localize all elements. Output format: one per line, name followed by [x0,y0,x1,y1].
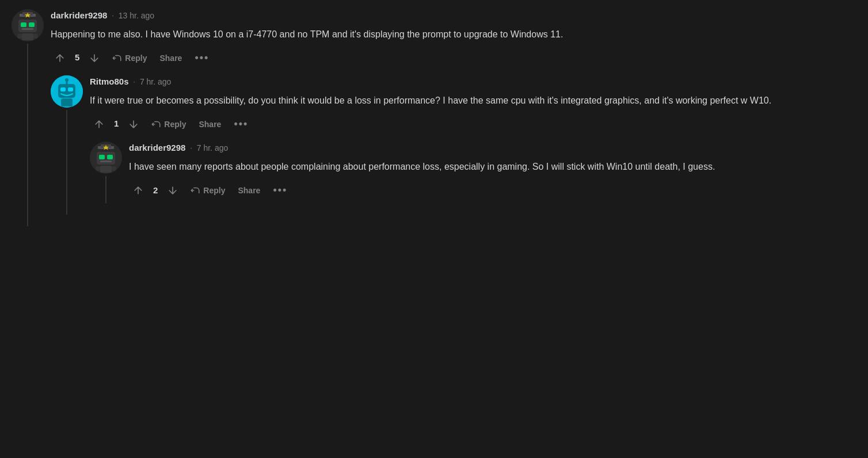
upvote-icon [93,119,105,130]
svg-rect-22 [99,155,105,159]
comment-left-column [12,9,44,226]
reply-button[interactable]: Reply [146,117,191,132]
nested-replies-container: darkrider9298 · 7 hr. ago I have seen ma… [90,142,852,203]
avatar-image [90,142,122,174]
svg-rect-14 [68,87,73,91]
replies-container: Ritmo80s · 7 hr. ago If it were true or … [51,75,852,215]
comment-body: I have seen many reports about people co… [129,159,852,174]
svg-rect-25 [100,166,112,173]
svg-rect-8 [17,34,22,39]
reply-icon [151,119,161,129]
comment-left-column [51,75,83,215]
svg-rect-5 [29,22,35,27]
svg-rect-23 [107,155,113,159]
share-button[interactable]: Share [233,184,265,197]
separator: · [134,77,135,87]
comment-header: darkrider9298 · 13 hr. ago [51,9,852,22]
upvote-button[interactable] [129,182,147,199]
comment-thread: darkrider9298 · 13 hr. ago Happening to … [12,9,852,226]
comment-content: Ritmo80s · 7 hr. ago If it were true or … [90,75,852,215]
svg-rect-6 [22,28,33,30]
comment-actions: 2 [129,182,852,199]
timestamp: 7 hr. ago [197,142,229,154]
comment-item: darkrider9298 · 7 hr. ago I have seen ma… [90,142,852,203]
avatar-image [51,75,83,108]
upvote-button[interactable] [90,116,108,132]
vote-count: 1 [112,117,121,131]
svg-rect-27 [112,166,116,171]
reply-button[interactable]: Reply [107,51,151,66]
svg-rect-9 [33,34,38,39]
svg-point-16 [65,78,68,82]
svg-rect-4 [21,22,26,27]
upvote-button[interactable] [51,50,69,66]
share-button[interactable]: Share [194,117,226,131]
avatar [90,142,122,174]
reply-icon [112,53,122,63]
comment-content: darkrider9298 · 7 hr. ago I have seen ma… [129,142,852,203]
downvote-icon [167,185,178,196]
thread-line [66,110,67,215]
svg-rect-7 [22,33,33,40]
more-button[interactable]: ••• [229,116,253,132]
svg-rect-13 [60,87,66,91]
comment-item: darkrider9298 · 13 hr. ago Happening to … [12,9,852,226]
timestamp: 13 hr. ago [119,10,154,22]
separator: · [190,143,192,153]
downvote-icon [89,52,100,64]
avatar-image [12,9,44,41]
comment-body: If it were true or becomes a possibility… [90,93,852,108]
comment-header: darkrider9298 · 7 hr. ago [129,142,852,155]
reply-button[interactable]: Reply [185,183,230,198]
comment-content: darkrider9298 · 13 hr. ago Happening to … [51,9,852,226]
downvote-button[interactable] [85,50,104,66]
upvote-icon [54,52,66,64]
upvote-icon [132,185,144,196]
vote-count: 5 [73,51,82,64]
username: darkrider9298 [129,142,185,155]
separator: · [112,10,113,21]
comment-left-column [90,142,122,203]
username: darkrider9298 [51,9,107,22]
svg-rect-17 [61,98,73,106]
svg-rect-26 [96,166,100,171]
downvote-button[interactable] [124,116,143,132]
timestamp: 7 hr. ago [140,76,172,88]
thread-line [105,176,106,203]
downvote-button[interactable] [163,182,182,199]
comment-actions: 5 Reply Share ••• [51,49,852,66]
comment-body: Happening to me also. I have Windows 10 … [51,27,852,42]
avatar [12,9,44,41]
more-button[interactable]: ••• [190,49,214,66]
share-button[interactable]: Share [155,51,186,65]
comment-item: Ritmo80s · 7 hr. ago If it were true or … [51,75,852,215]
thread-line [27,44,28,226]
comment-actions: 1 Reply [90,116,852,132]
comment-header: Ritmo80s · 7 hr. ago [90,75,852,89]
svg-rect-24 [100,161,112,162]
downvote-icon [128,119,139,130]
username: Ritmo80s [90,75,129,89]
reply-icon [190,185,200,196]
vote-count: 2 [151,184,160,197]
avatar [51,75,83,108]
more-button[interactable]: ••• [268,182,292,199]
